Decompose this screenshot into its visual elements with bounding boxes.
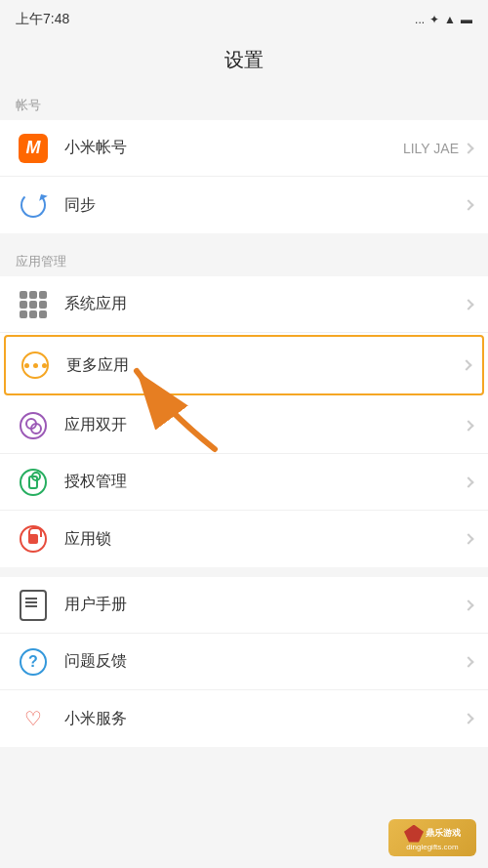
- lock-icon-container: [16, 521, 51, 557]
- dual-apps-label: 应用双开: [64, 415, 465, 435]
- dual-icon: [20, 412, 47, 439]
- watermark-title: 鼎乐游戏: [426, 827, 461, 840]
- heart-icon-container: ♡: [16, 701, 51, 736]
- grid-icon-container: [16, 287, 51, 322]
- watermark-url: dinglegifts.com: [406, 843, 458, 851]
- app-lock-label: 应用锁: [64, 529, 465, 550]
- feedback-label: 问题反馈: [64, 651, 465, 672]
- app-management-group: 系统应用 更多应用 应用双开: [0, 276, 488, 567]
- watermark: 鼎乐游戏 dinglegifts.com: [388, 819, 476, 856]
- lock-icon: [20, 525, 47, 553]
- section-support: 用户手册 ? 问题反馈 ♡ 小米服务: [0, 577, 488, 747]
- auth-manage-label: 授权管理: [64, 472, 465, 492]
- feedback-icon-container: ?: [16, 644, 51, 680]
- chevron-icon: [463, 199, 473, 210]
- chevron-icon: [463, 143, 473, 153]
- manual-icon-container: [16, 588, 51, 623]
- chevron-icon: [461, 359, 471, 370]
- app-lock-item[interactable]: 应用锁: [0, 511, 488, 567]
- mi-service-label: 小米服务: [64, 709, 465, 729]
- section-account: 帐号 M 小米帐号 LILY JAE 同步: [0, 87, 488, 233]
- chevron-icon: [463, 476, 473, 487]
- section-label-account: 帐号: [0, 87, 488, 120]
- auth-manage-item[interactable]: 授权管理: [0, 454, 488, 511]
- bluetooth-icon: ✦: [429, 13, 439, 26]
- mi-service-item[interactable]: ♡ 小米服务: [0, 690, 488, 747]
- dual-apps-item[interactable]: 应用双开: [0, 397, 488, 454]
- feedback-icon: ?: [20, 648, 47, 676]
- wifi-icon: ▲: [444, 13, 456, 26]
- chevron-icon: [463, 713, 473, 723]
- auth-icon: [20, 469, 47, 496]
- sync-item[interactable]: 同步: [0, 177, 488, 233]
- sync-label: 同步: [64, 195, 465, 216]
- more-apps-highlight-box: 更多应用: [4, 335, 484, 395]
- heart-icon: ♡: [20, 705, 47, 732]
- more-apps-label: 更多应用: [66, 355, 463, 376]
- more-apps-item[interactable]: 更多应用: [6, 337, 482, 393]
- mi-account-item[interactable]: M 小米帐号 LILY JAE: [0, 120, 488, 177]
- battery-icon: ▬: [461, 13, 472, 26]
- system-apps-item[interactable]: 系统应用: [0, 276, 488, 333]
- status-bar: 上午7:48 ... ✦ ▲ ▬: [0, 0, 488, 39]
- section-label-apps: 应用管理: [0, 243, 488, 276]
- chevron-icon: [463, 599, 473, 610]
- system-apps-label: 系统应用: [64, 294, 465, 314]
- manual-label: 用户手册: [64, 595, 465, 615]
- feedback-item[interactable]: ? 问题反馈: [0, 634, 488, 690]
- more-apps-icon-container: [18, 348, 53, 383]
- chevron-icon: [463, 420, 473, 431]
- manual-item[interactable]: 用户手册: [0, 577, 488, 634]
- gem-icon: [404, 825, 424, 843]
- status-time: 上午7:48: [16, 11, 69, 28]
- chevron-icon: [463, 656, 473, 667]
- page-title: 设置: [0, 47, 488, 73]
- signal-icon: ...: [415, 13, 425, 26]
- dual-icon-container: [16, 408, 51, 443]
- watermark-logo: 鼎乐游戏: [404, 825, 461, 843]
- sync-icon-container: [16, 187, 51, 223]
- manual-icon: [20, 590, 47, 621]
- more-apps-icon: [21, 351, 49, 379]
- mi-account-label: 小米帐号: [64, 138, 403, 158]
- chevron-icon: [463, 533, 473, 544]
- section-app-management: 应用管理 系统应用: [0, 243, 488, 567]
- auth-icon-container: [16, 465, 51, 500]
- page-title-bar: 设置: [0, 39, 488, 87]
- support-group: 用户手册 ? 问题反馈 ♡ 小米服务: [0, 577, 488, 747]
- mi-icon: M: [16, 131, 51, 166]
- status-icons: ... ✦ ▲ ▬: [415, 13, 472, 26]
- chevron-icon: [463, 299, 473, 310]
- account-group: M 小米帐号 LILY JAE 同步: [0, 120, 488, 233]
- mi-account-value: LILY JAE: [403, 141, 459, 156]
- grid-icon: [20, 291, 47, 318]
- sync-icon: [20, 192, 46, 218]
